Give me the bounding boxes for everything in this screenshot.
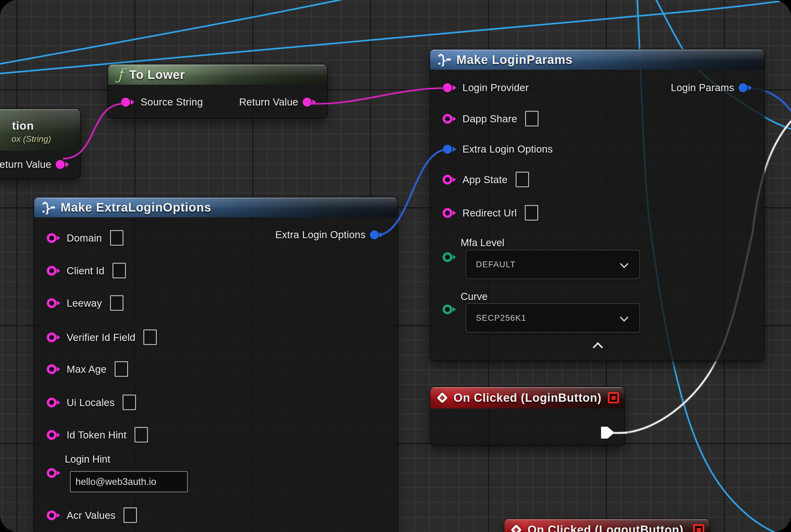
node-title: Make LoginParams [456,53,573,66]
make-struct-icon [437,53,451,66]
wire-extra-login-options [377,150,447,235]
function-icon: ƒ [117,66,123,83]
node-subtitle-fragment: ox (String) [12,134,51,144]
node-title: On Clicked (LoginButton) [454,391,601,404]
wire-magenta-1 [63,103,124,159]
node-title: Make ExtraLoginOptions [60,201,211,214]
wire-magenta-2 [309,88,447,103]
delegate-pin-icon[interactable] [608,392,619,403]
node-title: On Clicked (LogoutButton) [527,524,683,532]
blueprint-canvas[interactable]: tion ox (String) eturn Value ƒ To Lower … [0,0,791,532]
wire-exec-white-stub [613,433,627,433]
node-title: To Lower [129,68,185,82]
node-title-fragment: tion [12,119,34,132]
delegate-pin-icon[interactable] [693,524,704,532]
make-struct-icon [42,201,56,214]
